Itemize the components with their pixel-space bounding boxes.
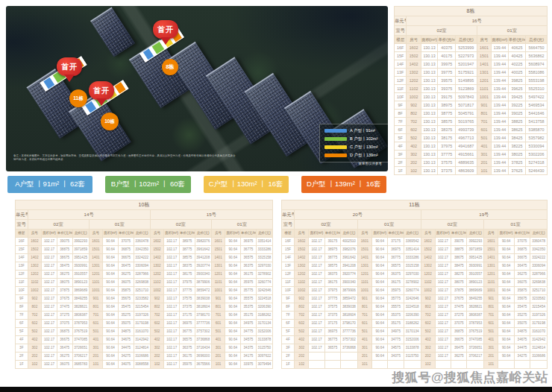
cell-value: 90.64 xyxy=(498,312,514,320)
price-table-building-11: 11栋单元号20号19号室号02室01室02室01室楼层房号面积(m²)单价(元… xyxy=(281,200,548,369)
cell-room-no: 1002 xyxy=(421,287,435,295)
cell-value: 34875 xyxy=(118,328,134,336)
cell-value: 3828821 xyxy=(72,303,89,312)
cell-value: 36675 xyxy=(118,254,134,262)
cell-value: 5274318 xyxy=(526,159,548,167)
cell-value: 36975 xyxy=(241,238,257,246)
cell-room-no: 401 xyxy=(89,336,103,344)
cell-value: 130.13 xyxy=(421,142,438,151)
cell-floor: 2F xyxy=(282,353,295,361)
cell-value: 3961642 xyxy=(195,246,211,254)
column-header: 房号 xyxy=(421,230,435,238)
cell-value: 5636862 xyxy=(526,52,548,60)
unit-label: 单元号 xyxy=(282,210,295,220)
table-row: 6F602130.13383754993739601139.4438625538… xyxy=(395,126,548,134)
cell-value: 36375 xyxy=(388,271,404,279)
legend-color-swatch xyxy=(324,137,347,141)
building-label-8栋: 8栋 xyxy=(162,59,178,75)
table-title: 8栋 xyxy=(395,7,548,16)
cell-value: 102.17 xyxy=(164,344,180,353)
cell-room-no: 1602 xyxy=(407,44,421,52)
cell-value: 37975 xyxy=(438,142,456,151)
cell-room-no: 602 xyxy=(295,320,309,328)
column-header: 总价(元) xyxy=(526,36,548,44)
cell-room-no: 202 xyxy=(421,353,435,361)
cell-value: 3242646 xyxy=(256,287,272,295)
cell-value: 3215454 xyxy=(530,303,548,312)
cell-value: 34975 xyxy=(388,328,404,336)
cell-value xyxy=(309,361,324,369)
unit-badge-c: C户型 丨130m² 丨 16套 xyxy=(204,176,289,193)
cell-value: 102.17 xyxy=(164,303,180,312)
cell-room-no: 402 xyxy=(150,336,164,344)
cell-value: 130.13 xyxy=(421,44,438,52)
table-row: 9F902102.1737775385947290190.64357753242… xyxy=(282,295,548,303)
cell-room-no: 301 xyxy=(89,344,103,353)
cell-value: 90.64 xyxy=(103,279,119,287)
cell-value: 35975 xyxy=(241,279,257,287)
cell-room-no: 602 xyxy=(407,126,421,134)
cell-room-no: 1102 xyxy=(150,279,164,287)
cell-floor: 5F xyxy=(16,328,28,336)
column-header: 总价(元) xyxy=(256,230,272,238)
cell-value: 3767519 xyxy=(72,328,89,336)
cell-value: 139.44 xyxy=(492,52,509,60)
cell-value: 36475 xyxy=(57,344,72,353)
cell-value: 34375 xyxy=(388,353,404,361)
cell-value: 34575 xyxy=(388,344,404,353)
cell-value: 34175 xyxy=(241,353,257,361)
cell-value: 3696000 xyxy=(195,353,211,361)
cell-value xyxy=(324,361,340,369)
room-number: 02室 xyxy=(295,220,358,230)
cell-value: 102.17 xyxy=(42,312,57,320)
cell-value: 3777736 xyxy=(195,320,211,328)
cell-value: 4993739 xyxy=(455,126,477,134)
cell-value: 36475 xyxy=(514,262,530,271)
cell-value: 36475 xyxy=(451,344,467,353)
cell-value: 102.17 xyxy=(164,287,180,295)
cell-value: 90.64 xyxy=(225,320,241,328)
cell-value: 3777736 xyxy=(341,328,358,336)
cell-value: 102.17 xyxy=(309,287,324,295)
cell-room-no: 1502 xyxy=(150,246,164,254)
cell-floor: 14F xyxy=(282,254,295,262)
column-header: 房号 xyxy=(484,230,498,238)
cell-floor: 13F xyxy=(282,262,295,271)
cell-room-no: 502 xyxy=(295,328,309,336)
column-header: 面积(m²) xyxy=(435,230,451,238)
table-row: 7F702102.1737375381860470190.64353753206… xyxy=(282,312,548,320)
cell-room-no: 1402 xyxy=(295,254,309,262)
cell-value: 3890123 xyxy=(467,279,484,287)
cell-value: 38375 xyxy=(180,262,195,271)
cell-value: 3351414 xyxy=(256,238,272,246)
cell-value: 38975 xyxy=(438,101,456,110)
cell-floor: 3F xyxy=(282,344,295,353)
cell-room-no: 101 xyxy=(484,361,498,369)
cell-room-no: 102 xyxy=(28,361,42,369)
cell-value: 35975 xyxy=(180,361,195,369)
column-header: 总价(元) xyxy=(341,230,358,238)
cell-value: 37175 xyxy=(388,238,404,246)
column-header: 房号 xyxy=(477,36,491,44)
cell-room-no: 1501 xyxy=(211,246,225,254)
cell-value: 102.17 xyxy=(164,262,180,271)
cell-value xyxy=(341,353,358,361)
cell-value: 3278902 xyxy=(256,271,272,279)
cell-value xyxy=(435,361,451,369)
cell-floor: 9F xyxy=(395,101,407,110)
cell-room-no: 501 xyxy=(211,328,225,336)
cell-value: 5357982 xyxy=(526,134,548,142)
cell-value: 3369542 xyxy=(404,238,421,246)
cell-floor: 2F xyxy=(16,353,28,361)
cell-value: 39575 xyxy=(438,77,456,85)
cell-room-no: 802 xyxy=(295,303,309,312)
cell-room-no: 302 xyxy=(150,344,164,353)
cell-room-no: 902 xyxy=(150,295,164,303)
cell-value: 38175 xyxy=(438,134,456,142)
cell-room-no: 1501 xyxy=(89,246,103,254)
cell-value: 36875 xyxy=(57,328,72,336)
cell-value: 3315158 xyxy=(404,262,421,271)
cell-room-no: 301 xyxy=(477,151,491,159)
table-row: 3F302130.13377754915661301139.4438025530… xyxy=(395,151,548,159)
cell-value: 37375 xyxy=(180,303,195,312)
